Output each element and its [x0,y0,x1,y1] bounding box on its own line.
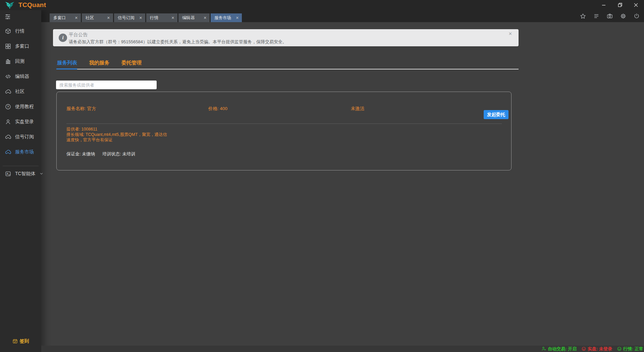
svg-text:A: A [6,172,9,175]
sidebar-item-label: 行情 [15,28,24,34]
sidebar-signin-button[interactable]: 签到 [0,338,41,345]
favorite-icon [580,13,586,19]
announcement-banner: i 平台公告 请务必加入官方群（群号：951556584）以建立委托关系，避免上… [53,29,519,46]
live-account-icon [582,347,586,351]
service-note: 速度快，官方平台有保证 [66,138,167,143]
tab-label: 社区 [86,15,94,21]
content-tabs-underline-active [56,68,77,69]
close-button[interactable] [628,0,644,10]
sidebar-item-tutorial[interactable]: ? 使用教程 [0,99,41,114]
tab-service-list[interactable]: 服务列表 [57,60,77,66]
sidebar-item-label: 回测 [15,58,24,64]
tab-label: 编辑器 [182,15,195,21]
start-delegation-button[interactable]: 发起委托 [484,110,508,119]
service-price: 价格: 400 [208,106,227,112]
auto-trade-icon [542,347,546,351]
cloud-icon [5,89,11,95]
training-status: 培训状态: 未培训 [102,151,135,157]
status-bar: 自动交易: 开启 实盘: 未登录 行情: 正常 [41,346,644,352]
tab-delegation-management[interactable]: 委托管理 [121,60,142,66]
tab-close-icon[interactable]: ✕ [139,16,142,20]
sidebar-item-label: 信号订阅 [15,134,34,140]
power-button[interactable] [634,13,640,19]
settings-button[interactable] [620,13,626,19]
sliders-icon [5,14,11,20]
calendar-check-icon [12,339,18,344]
tab-label: 信号订阅 [118,15,135,21]
titlebar: TCQuant [0,0,644,10]
service-card: 服务名称: 官方 价格: 400 未激活 发起委托 提供者: 1008611 擅… [56,92,512,170]
tab-close-icon[interactable]: ✕ [107,16,110,20]
status-live-account[interactable]: 实盘: 未登录 [582,346,612,352]
panel-toggle-button[interactable] [0,10,41,23]
sidebar-item-live-login[interactable]: 实盘登录 [0,114,41,129]
app-logo-icon [3,1,16,9]
tab-close-icon[interactable]: ✕ [75,16,78,20]
sidebar-item-label: 服务市场 [15,149,34,155]
sidebar-item-backtest[interactable]: 回测 [0,54,41,69]
tab-label: 行情 [150,15,158,21]
status-auto-trade[interactable]: 自动交易: 开启 [542,346,577,352]
deposit-status: 保证金: 未缴纳 [66,151,95,157]
status-market: 行情: 正常 [617,346,643,352]
search-box [56,81,157,89]
restore-button[interactable] [612,0,628,10]
minimize-button[interactable] [596,0,612,10]
svg-text:?: ? [7,105,9,108]
tab-editor[interactable]: 编辑器 ✕ [178,13,210,22]
close-icon [633,2,639,8]
cloud-icon [5,134,11,140]
card-divider [66,123,502,124]
tab-multi-window[interactable]: 多窗口 ✕ [50,13,81,22]
sidebar-item-market[interactable]: 行情 [0,23,41,39]
content-tabs-underline [56,69,519,69]
person-icon [5,119,11,125]
tabstrip-actions [580,10,640,22]
cube-icon [5,28,11,34]
sidebar-item-label: 社区 [15,89,24,95]
tab-label: 服务市场 [214,15,231,21]
tab-close-icon[interactable]: ✕ [171,16,174,20]
chevron-down-icon [39,171,44,176]
announcement-title: 平台公告 [69,32,88,38]
sidebar-item-tc-agent[interactable]: A TC智能体 [0,166,41,181]
menu-icon [593,13,599,19]
sidebar-item-label: 多窗口 [15,43,29,49]
tab-signal-subscription[interactable]: 信号订阅 ✕ [114,13,145,22]
sidebar-item-multi-window[interactable]: 多窗口 [0,39,41,54]
service-name: 服务名称: 官方 [66,106,96,112]
sidebar-item-label: 编辑器 [15,73,29,80]
service-status: 未激活 [351,106,365,112]
market-status-icon [617,347,622,351]
sidebar-spacer [0,181,41,338]
favorite-button[interactable] [580,13,586,19]
tab-close-icon[interactable]: ✕ [236,16,239,20]
sidebar-item-signal-subscription[interactable]: 信号订阅 [0,129,41,144]
status-label: 实盘: 未登录 [588,346,612,352]
sidebar-item-label: 使用教程 [15,104,34,110]
search-input[interactable] [56,81,157,89]
ai-box-icon: A [5,171,11,177]
tab-my-services[interactable]: 我的服务 [89,60,109,66]
service-provider: 提供者: 1008611 [66,127,167,132]
minimize-icon [600,2,607,8]
tab-close-icon[interactable]: ✕ [204,16,207,20]
sidebar-item-service-market[interactable]: 服务市场 [0,144,41,159]
settings-icon [620,13,626,19]
tab-strip: 多窗口 ✕ 社区 ✕ 信号订阅 ✕ 行情 ✕ 编辑器 ✕ 服务市场 ✕ [41,10,644,22]
status-label: 行情: 正常 [623,346,643,352]
sidebar-item-community[interactable]: 社区 [0,84,41,99]
main-content: i 平台公告 请务必加入官方群（群号：951556584）以建立委托关系，避免上… [41,22,644,346]
tab-label: 多窗口 [53,15,66,21]
restore-icon [616,2,623,8]
announcement-close-icon[interactable]: ✕ [506,31,514,37]
tab-service-market[interactable]: 服务市场 ✕ [211,13,242,22]
help-icon: ? [5,104,11,110]
tab-market[interactable]: 行情 ✕ [146,13,177,22]
service-meta: 保证金: 未缴纳 培训状态: 未培训 [66,151,135,157]
screenshot-button[interactable] [607,13,613,19]
code-icon [5,73,11,80]
sidebar-item-editor[interactable]: 编辑器 [0,69,41,84]
tab-community[interactable]: 社区 ✕ [82,13,113,22]
menu-button[interactable] [593,13,599,19]
